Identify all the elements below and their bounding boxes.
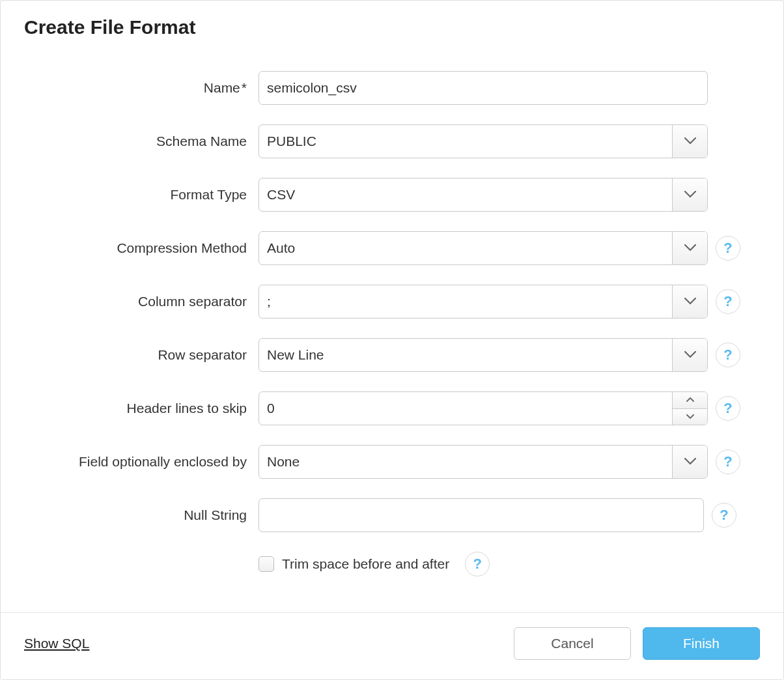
chevron-down-icon bbox=[684, 191, 696, 199]
column-separator-value: ; bbox=[259, 285, 672, 318]
field-enclosed-select[interactable]: None bbox=[259, 445, 708, 479]
row-separator-dropdown-button[interactable] bbox=[672, 339, 707, 371]
chevron-down-icon bbox=[684, 298, 696, 305]
null-string-help-button[interactable]: ? bbox=[712, 503, 736, 528]
format-type-dropdown-button[interactable] bbox=[672, 178, 707, 211]
header-lines-row: Header lines to skip 0 ? bbox=[24, 391, 760, 425]
name-row: Name* bbox=[24, 71, 760, 105]
header-lines-down-button[interactable] bbox=[673, 408, 707, 425]
compression-method-select[interactable]: Auto bbox=[259, 231, 708, 265]
compression-help-button[interactable]: ? bbox=[716, 236, 740, 261]
row-separator-label: Row separator bbox=[24, 347, 259, 363]
finish-button[interactable]: Finish bbox=[643, 627, 760, 660]
help-icon: ? bbox=[723, 293, 732, 310]
null-string-label: Null String bbox=[24, 507, 259, 523]
schema-name-dropdown-button[interactable] bbox=[672, 125, 707, 158]
help-icon: ? bbox=[723, 240, 732, 257]
header-lines-value: 0 bbox=[259, 392, 672, 425]
name-label: Name* bbox=[24, 80, 259, 96]
field-enclosed-dropdown-button[interactable] bbox=[672, 446, 707, 478]
header-lines-up-button[interactable] bbox=[673, 392, 707, 408]
schema-name-label: Schema Name bbox=[24, 134, 259, 149]
help-icon: ? bbox=[720, 507, 728, 524]
compression-method-row: Compression Method Auto ? bbox=[24, 231, 760, 265]
column-separator-select[interactable]: ; bbox=[259, 285, 708, 319]
help-icon: ? bbox=[723, 453, 732, 470]
format-type-label: Format Type bbox=[24, 187, 259, 203]
field-enclosed-row: Field optionally enclosed by None ? bbox=[24, 445, 760, 479]
trim-space-row: Trim space before and after ? bbox=[259, 552, 760, 576]
header-lines-stepper[interactable]: 0 bbox=[259, 391, 708, 425]
chevron-down-icon bbox=[684, 137, 696, 145]
row-separator-select[interactable]: New Line bbox=[259, 338, 708, 372]
field-enclosed-label: Field optionally enclosed by bbox=[24, 454, 259, 470]
row-separator-value: New Line bbox=[259, 339, 672, 371]
cancel-button[interactable]: Cancel bbox=[514, 627, 631, 660]
chevron-up-icon bbox=[686, 397, 694, 403]
create-file-format-dialog: Create File Format Name* Schema Name PUB… bbox=[0, 0, 784, 680]
chevron-down-icon bbox=[686, 414, 694, 419]
compression-method-dropdown-button[interactable] bbox=[672, 232, 707, 264]
help-icon: ? bbox=[723, 347, 732, 363]
schema-name-row: Schema Name PUBLIC bbox=[24, 124, 760, 158]
row-separator-row: Row separator New Line ? bbox=[24, 338, 760, 372]
format-type-value: CSV bbox=[259, 178, 672, 211]
dialog-title: Create File Format bbox=[24, 16, 760, 38]
format-type-select[interactable]: CSV bbox=[259, 178, 708, 212]
format-type-row: Format Type CSV bbox=[24, 178, 760, 212]
column-separator-label: Column separator bbox=[24, 294, 259, 309]
name-input[interactable] bbox=[259, 71, 708, 105]
compression-method-label: Compression Method bbox=[24, 240, 259, 256]
schema-name-select[interactable]: PUBLIC bbox=[259, 124, 708, 158]
header-lines-label: Header lines to skip bbox=[24, 401, 259, 416]
column-separator-dropdown-button[interactable] bbox=[672, 285, 707, 318]
dialog-footer: Show SQL Cancel Finish bbox=[1, 612, 783, 679]
null-string-row: Null String ? bbox=[24, 498, 760, 532]
header-lines-help-button[interactable]: ? bbox=[716, 396, 740, 421]
trim-space-help-button[interactable]: ? bbox=[465, 552, 490, 576]
column-separator-help-button[interactable]: ? bbox=[716, 289, 740, 314]
schema-name-value: PUBLIC bbox=[259, 125, 672, 158]
dialog-content: Create File Format Name* Schema Name PUB… bbox=[1, 1, 783, 612]
chevron-down-icon bbox=[684, 244, 696, 252]
chevron-down-icon bbox=[684, 458, 696, 466]
compression-method-value: Auto bbox=[259, 232, 672, 264]
column-separator-row: Column separator ; ? bbox=[24, 285, 760, 319]
help-icon: ? bbox=[723, 400, 732, 417]
field-enclosed-value: None bbox=[259, 446, 672, 478]
row-separator-help-button[interactable]: ? bbox=[716, 343, 740, 367]
chevron-down-icon bbox=[684, 351, 696, 359]
help-icon: ? bbox=[473, 556, 481, 573]
null-string-input[interactable] bbox=[259, 498, 704, 532]
trim-space-checkbox[interactable] bbox=[259, 556, 274, 572]
field-enclosed-help-button[interactable]: ? bbox=[716, 449, 740, 474]
trim-space-label: Trim space before and after bbox=[282, 556, 449, 572]
show-sql-link[interactable]: Show SQL bbox=[24, 636, 89, 651]
